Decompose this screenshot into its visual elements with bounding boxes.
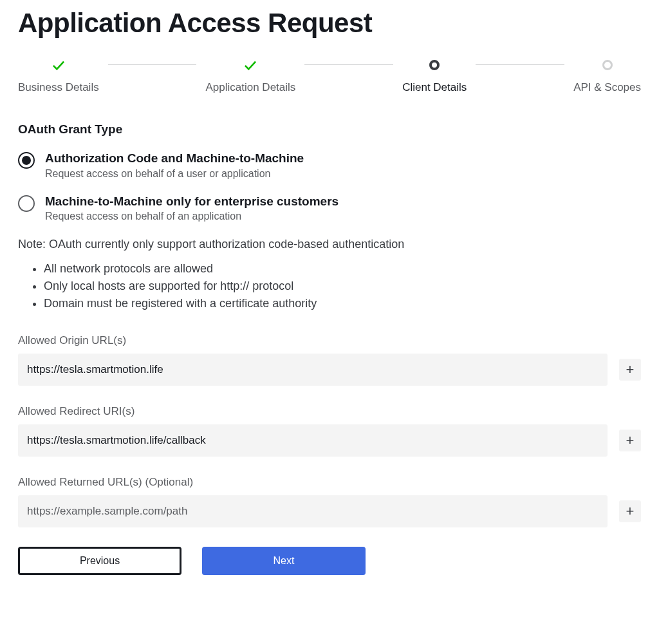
- step-business-details[interactable]: Business Details: [18, 58, 99, 94]
- field-label: Allowed Origin URL(s): [18, 334, 641, 347]
- wizard-footer: Previous Next: [18, 547, 641, 575]
- step-label: Client Details: [402, 81, 467, 94]
- radio-indicator: [18, 152, 35, 169]
- check-icon: [243, 58, 257, 72]
- field-allowed-returned: Allowed Returned URL(s) (Optional) +: [18, 476, 641, 527]
- radio-option-m2m-only[interactable]: Machine-to-Machine only for enterprise c…: [18, 194, 641, 223]
- current-step-icon: [427, 58, 441, 72]
- allowed-returned-input[interactable]: [18, 495, 608, 527]
- step-api-scopes[interactable]: API & Scopes: [573, 58, 641, 94]
- step-client-details[interactable]: Client Details: [402, 58, 467, 94]
- stepper: Business Details Application Details Cli…: [18, 58, 641, 94]
- next-button[interactable]: Next: [202, 547, 366, 575]
- field-label: Allowed Redirect URI(s): [18, 405, 641, 418]
- plus-icon: +: [626, 433, 635, 448]
- oauth-note-list: All network protocols are allowed Only l…: [18, 260, 641, 312]
- grant-type-radio-group: Authorization Code and Machine-to-Machin…: [18, 151, 641, 222]
- radio-label: Authorization Code and Machine-to-Machin…: [45, 151, 304, 167]
- add-redirect-button[interactable]: +: [619, 430, 641, 451]
- step-application-details[interactable]: Application Details: [205, 58, 295, 94]
- step-connector: [476, 64, 564, 65]
- step-label: API & Scopes: [573, 81, 641, 94]
- oauth-note: Note: OAuth currently only support autho…: [18, 238, 641, 251]
- step-label: Business Details: [18, 81, 99, 94]
- step-connector: [304, 64, 393, 65]
- radio-label: Machine-to-Machine only for enterprise c…: [45, 194, 339, 210]
- add-origin-button[interactable]: +: [619, 359, 641, 381]
- note-item: Domain must be registered with a certifi…: [44, 295, 641, 312]
- check-icon: [51, 58, 66, 72]
- plus-icon: +: [626, 504, 635, 518]
- previous-button[interactable]: Previous: [18, 547, 181, 575]
- step-label: Application Details: [205, 81, 295, 94]
- radio-indicator: [18, 195, 35, 212]
- add-returned-button[interactable]: +: [619, 500, 641, 522]
- radio-description: Request access on behalf of a user or ap…: [45, 168, 304, 180]
- plus-icon: +: [626, 363, 635, 377]
- note-item: Only local hosts are supported for http:…: [44, 278, 641, 295]
- allowed-origin-input[interactable]: [18, 354, 608, 386]
- grant-type-heading: OAuth Grant Type: [18, 122, 641, 137]
- page-title: Application Access Request: [18, 0, 641, 58]
- step-connector: [108, 64, 197, 65]
- radio-description: Request access on behalf of an applicati…: [45, 211, 339, 222]
- field-label: Allowed Returned URL(s) (Optional): [18, 476, 641, 489]
- future-step-icon: [600, 58, 615, 72]
- field-allowed-origin: Allowed Origin URL(s) +: [18, 334, 641, 386]
- allowed-redirect-input[interactable]: [18, 424, 608, 457]
- field-allowed-redirect: Allowed Redirect URI(s) +: [18, 405, 641, 457]
- radio-option-auth-code-m2m[interactable]: Authorization Code and Machine-to-Machin…: [18, 151, 641, 180]
- note-item: All network protocols are allowed: [44, 260, 641, 278]
